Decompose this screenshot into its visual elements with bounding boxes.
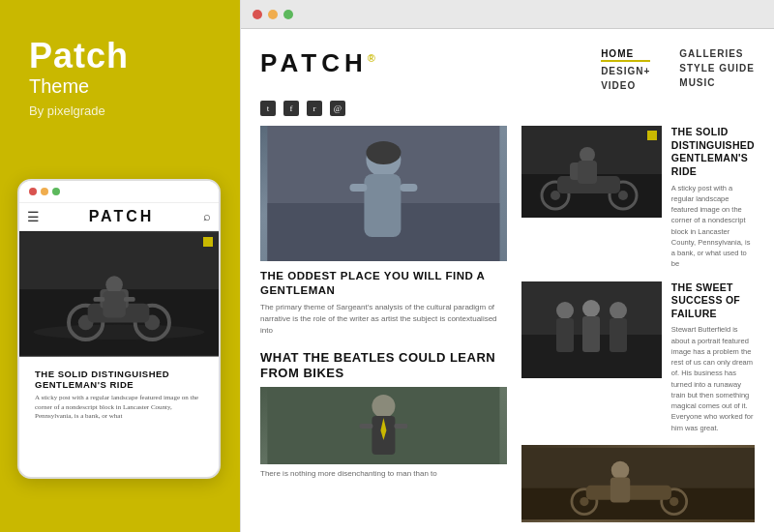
- facebook-icon[interactable]: f: [283, 101, 299, 116]
- brand-by: By pixelgrade: [29, 103, 211, 118]
- site-nav: HOME DESIGN+ VIDEO GALLERIES STYLE GUIDE…: [601, 48, 755, 91]
- bottom-article-image: [260, 387, 507, 464]
- search-icon: ⌕: [203, 209, 211, 224]
- main-article-image: [260, 126, 507, 261]
- left-panel: Patch Theme By pixelgrade ☰ PATCH ⌕: [0, 0, 240, 532]
- mobile-browser-dots: [29, 188, 60, 195]
- svg-point-51: [611, 461, 630, 480]
- svg-rect-52: [610, 477, 630, 502]
- gentleman-svg: [521, 281, 662, 378]
- site-content: THE ODDEST PLACE YOU WILL FIND A GENTLEM…: [241, 126, 774, 532]
- site-logo-reg: ®: [368, 52, 380, 64]
- right-top-title: THE SOLID DISTINGUISHED GENTLEMAN'S RIDE: [671, 126, 755, 179]
- svg-rect-10: [103, 291, 126, 317]
- right-middle-title: THE SWEET SUCCESS OF FAILURE: [671, 281, 755, 321]
- mobile-nav-bar: ☰ PATCH ⌕: [19, 203, 219, 231]
- mobile-top-bar: [19, 181, 219, 203]
- nav-column-1: HOME DESIGN+ VIDEO: [601, 48, 650, 91]
- svg-rect-43: [610, 318, 627, 352]
- site-logo-text: PATCH: [260, 48, 368, 77]
- svg-point-42: [610, 302, 627, 319]
- nav-item-music[interactable]: MUSIC: [679, 77, 755, 88]
- right-bottom-image: [521, 445, 755, 522]
- site-logo-area: PATCH®: [260, 48, 380, 78]
- svg-point-49: [670, 497, 678, 506]
- bottom-article: WHAT THE BEATLES COULD LEARN FROM BIKES: [260, 350, 507, 481]
- woman-svg: [260, 126, 507, 261]
- bottom-article-title: WHAT THE BEATLES COULD LEARN FROM BIKES: [260, 350, 507, 382]
- svg-rect-17: [349, 184, 367, 192]
- mobile-hero-image: [19, 231, 219, 357]
- svg-rect-18: [400, 184, 417, 192]
- mobile-hero-svg: [19, 231, 219, 357]
- nav-column-2: GALLERIES STYLE GUIDE MUSIC: [679, 48, 755, 88]
- right-article-middle: THE SWEET SUCCESS OF FAILURE Stewart But…: [521, 281, 755, 433]
- mobile-mockup: ☰ PATCH ⌕: [17, 179, 221, 479]
- content-left: THE ODDEST PLACE YOU WILL FIND A GENTLEM…: [260, 126, 521, 532]
- moto-top-svg: [521, 126, 662, 218]
- svg-point-19: [366, 141, 401, 164]
- twitter-icon[interactable]: t: [260, 101, 276, 116]
- brand-subtitle: Theme: [29, 75, 211, 98]
- bottom-article-text: There is nothing more disenchanting to m…: [260, 468, 507, 480]
- right-top-content: THE SOLID DISTINGUISHED GENTLEMAN'S RIDE…: [671, 126, 755, 270]
- mobile-dot-yellow: [41, 188, 48, 195]
- svg-point-9: [105, 276, 123, 293]
- mobile-dot-green: [52, 188, 60, 195]
- browser-dot-yellow: [268, 10, 278, 19]
- nav-item-video[interactable]: VIDEO: [601, 80, 650, 91]
- mobile-post-text: A sticky post with a regular landscape f…: [27, 394, 211, 422]
- svg-rect-12: [124, 297, 135, 302]
- rss-icon[interactable]: r: [307, 101, 322, 116]
- nav-item-galleries[interactable]: GALLERIES: [679, 48, 755, 59]
- site-header: PATCH® HOME DESIGN+ VIDEO GALLERIES STYL…: [241, 29, 774, 101]
- content-right: THE SOLID DISTINGUISHED GENTLEMAN'S RIDE…: [521, 126, 755, 532]
- svg-rect-16: [364, 174, 401, 237]
- desktop-mockup: PATCH® HOME DESIGN+ VIDEO GALLERIES STYL…: [240, 0, 774, 532]
- browser-content: PATCH® HOME DESIGN+ VIDEO GALLERIES STYL…: [241, 29, 774, 532]
- yellow-accent-square-mobile: [203, 237, 213, 247]
- svg-point-2: [34, 324, 205, 340]
- right-top-image: [521, 126, 662, 218]
- hamburger-icon: ☰: [27, 209, 40, 225]
- svg-rect-11: [94, 297, 105, 302]
- svg-point-40: [582, 300, 600, 317]
- nav-item-styleguide[interactable]: STYLE GUIDE: [679, 63, 755, 74]
- browser-chrome: [241, 0, 774, 29]
- right-middle-content: THE SWEET SUCCESS OF FAILURE Stewart But…: [671, 281, 755, 433]
- moto-bottom-svg: [521, 445, 755, 522]
- svg-point-31: [618, 191, 628, 200]
- nav-item-design[interactable]: DESIGN+: [601, 66, 650, 76]
- mobile-logo: PATCH: [89, 208, 155, 225]
- social-icons-bar: t f r @: [241, 101, 774, 126]
- svg-point-21: [372, 395, 395, 418]
- yellow-sq-top-right: [647, 131, 657, 140]
- svg-rect-41: [582, 316, 600, 352]
- svg-point-38: [556, 302, 574, 319]
- brand-title: Patch: [29, 39, 211, 74]
- right-middle-image: [521, 281, 662, 378]
- mobile-inner: ☰ PATCH ⌕: [19, 203, 219, 470]
- right-middle-text: Stewart Butterfield is about a portrait …: [671, 324, 755, 433]
- site-logo: PATCH®: [260, 48, 380, 78]
- nav-item-home[interactable]: HOME: [601, 48, 650, 62]
- mobile-post-title: THE SOLID DISTINGUISHED GENTLEMAN'S RIDE: [27, 363, 211, 394]
- browser-dot-red: [253, 10, 262, 19]
- email-icon[interactable]: @: [330, 101, 345, 116]
- mobile-post-content: THE SOLID DISTINGUISHED GENTLEMAN'S RIDE…: [19, 357, 219, 428]
- svg-rect-35: [578, 161, 597, 184]
- main-article-text: The primary theme of Sargeant's analysis…: [260, 302, 507, 337]
- mobile-dot-red: [29, 188, 37, 195]
- main-article-title: THE ODDEST PLACE YOU WILL FIND A GENTLEM…: [260, 269, 507, 298]
- svg-rect-24: [359, 424, 372, 429]
- right-top-text: A sticky post with a regular landscape f…: [671, 183, 755, 270]
- svg-rect-25: [394, 424, 407, 429]
- right-article-top: THE SOLID DISTINGUISHED GENTLEMAN'S RIDE…: [521, 126, 755, 270]
- svg-point-34: [580, 147, 595, 163]
- svg-rect-39: [556, 318, 574, 352]
- browser-dot-green: [283, 10, 293, 19]
- beatles-svg: [260, 387, 507, 464]
